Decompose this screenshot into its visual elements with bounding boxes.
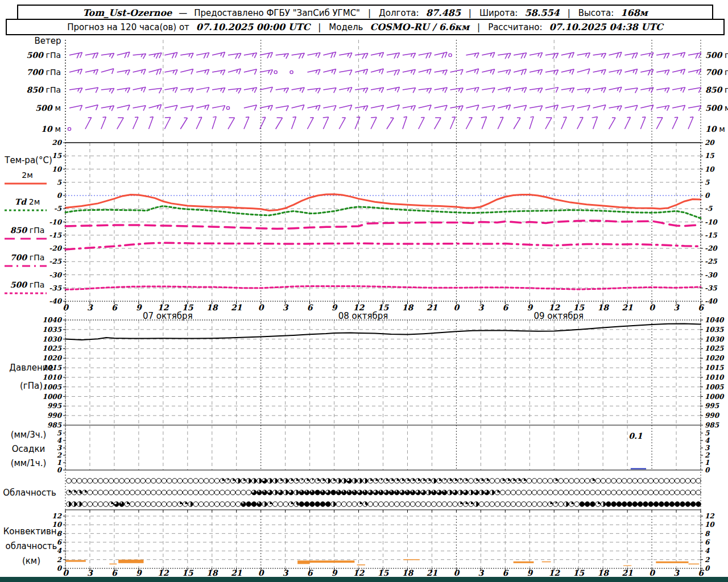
cloud-cover-icon xyxy=(410,502,415,507)
wind-barb-feather xyxy=(592,117,598,118)
wind-barb-staff xyxy=(624,53,638,55)
cloud-cover-icon xyxy=(336,502,341,507)
precip-ytick-label-right: 4 xyxy=(705,436,710,444)
wind-barb-staff xyxy=(656,106,669,108)
wind-barb-staff xyxy=(419,118,424,129)
wind-barb-staff xyxy=(180,53,193,55)
wind-barb-staff xyxy=(260,70,273,72)
cloud-cover-fill xyxy=(590,502,595,507)
bottom-hour-tick-label: 15 xyxy=(378,568,390,577)
wind-barb-staff xyxy=(482,117,486,129)
cloud-cover-icon xyxy=(522,502,527,507)
temp-ytick-label-right: -20 xyxy=(705,244,718,252)
convective-ytick-label-left: 4 xyxy=(57,547,62,555)
bottom-hour-tick-label: 12 xyxy=(158,568,169,577)
cloud-cover-fill xyxy=(270,502,272,504)
cloud-cover-icon xyxy=(93,490,98,495)
wind-barb-feather xyxy=(238,53,241,59)
hour-tick-label: 21 xyxy=(427,303,438,312)
cloud-cover-fill xyxy=(638,502,643,507)
wind-barb-staff xyxy=(85,69,98,72)
cloud-cover-icon xyxy=(204,490,209,495)
wind-panel: Ветер500 гПа500 гПа700 гПа700 гПа850 гПа… xyxy=(26,36,728,143)
cloud-cover-fill xyxy=(664,502,669,507)
wind-barb-staff xyxy=(387,118,394,129)
cloud-cover-fill xyxy=(233,479,235,481)
cloud-cover-fill xyxy=(598,502,600,504)
wind-barb-staff xyxy=(355,106,368,108)
wind-barb-feather xyxy=(588,88,590,93)
cloud-cover-icon xyxy=(183,479,188,484)
wind-barb-staff xyxy=(292,53,305,55)
wind-barb-staff xyxy=(307,69,320,72)
cloud-cover-icon xyxy=(638,490,643,495)
cloud-cover-icon xyxy=(548,479,553,484)
cloud-cover-icon xyxy=(405,502,410,507)
cloud-cover-icon xyxy=(278,502,283,507)
cloud-cover-icon xyxy=(114,490,119,495)
cloud-cover-icon xyxy=(675,479,680,484)
cloud-cover-icon xyxy=(580,490,585,495)
wind-barb-staff xyxy=(482,69,494,72)
convective-cloud-bar xyxy=(689,564,700,565)
bottom-hour-tick-label: 15 xyxy=(182,568,194,577)
calm-wind-icon xyxy=(290,70,293,73)
cloud-cover-icon xyxy=(394,502,399,507)
wind-barb-feather xyxy=(286,53,289,59)
wind-barb-staff xyxy=(133,87,146,90)
wind-barb-staff xyxy=(244,117,249,129)
wind-barb-staff xyxy=(498,87,510,90)
series-pressure xyxy=(65,323,701,340)
wind-barb-staff xyxy=(355,117,360,129)
wind-barb-staff xyxy=(609,118,616,129)
pressure-panel-title: Давление xyxy=(9,363,53,373)
convective-cloud-bar xyxy=(623,566,631,566)
wind-barb-staff xyxy=(403,69,415,72)
wind-barb-feather xyxy=(150,117,153,117)
wind-barb-staff xyxy=(593,69,606,72)
meteogram-page: Tom_Ust-Ozernoe—Предоставлено ФГБУ "ЗапС… xyxy=(0,0,728,582)
cloud-cover-icon xyxy=(220,502,225,507)
cloud-cover-fill xyxy=(466,479,468,481)
convective-label-1: Конвективн. xyxy=(3,526,60,537)
temp-ytick-label-left: -10 xyxy=(49,218,62,226)
wind-barb-staff xyxy=(212,88,225,90)
cloud-cover-icon xyxy=(130,490,135,495)
wind-barb-staff xyxy=(101,53,114,55)
hour-tick-label: 6 xyxy=(698,303,704,312)
cloud-cover-fill xyxy=(246,502,251,507)
cloud-cover-icon xyxy=(421,502,426,507)
cloud-cover-icon xyxy=(109,479,114,484)
convective-ytick-label-right: 6 xyxy=(705,538,710,546)
pressure-ytick-label-right: 985 xyxy=(705,421,719,429)
cloud-cover-icon xyxy=(151,490,156,495)
cloud-cover-fill xyxy=(180,502,182,504)
cloud-panel-title: Облачность xyxy=(3,488,56,498)
cloud-cover-fill xyxy=(556,479,558,481)
bottom-hour-tick-label: 21 xyxy=(231,568,242,577)
hour-tick-label: 18 xyxy=(206,303,218,312)
wind-barb-staff xyxy=(101,69,114,72)
temp-ytick-label-right: -15 xyxy=(705,231,717,239)
cloud-cover-icon xyxy=(632,490,638,495)
wind-level-row: 10 м10 м xyxy=(41,117,725,134)
wind-barb-staff xyxy=(514,105,526,108)
pressure-panel-unit: (гПа) xyxy=(20,381,43,391)
wind-barb-staff xyxy=(228,118,235,129)
temp-ytick-label-left: -35 xyxy=(49,284,61,292)
wind-barb-staff xyxy=(498,70,511,72)
cloud-cover-fill xyxy=(111,502,113,504)
cloud-cover-icon xyxy=(500,490,506,495)
wind-barb-feather xyxy=(80,88,82,93)
bottom-hour-tick-label: 9 xyxy=(136,568,142,577)
cloud-cover-icon xyxy=(632,479,638,484)
wind-barb-staff xyxy=(244,69,257,72)
calm-wind-icon xyxy=(274,70,277,73)
wind-barb-staff xyxy=(640,105,653,108)
wind-barb-staff xyxy=(403,117,407,129)
cloud-cover-fill xyxy=(429,479,431,481)
temp-ytick-label-right: -40 xyxy=(705,297,718,305)
cloud-cover-fill xyxy=(326,502,331,507)
cloud-cover-icon xyxy=(104,479,109,484)
wind-barb-staff xyxy=(514,118,520,129)
